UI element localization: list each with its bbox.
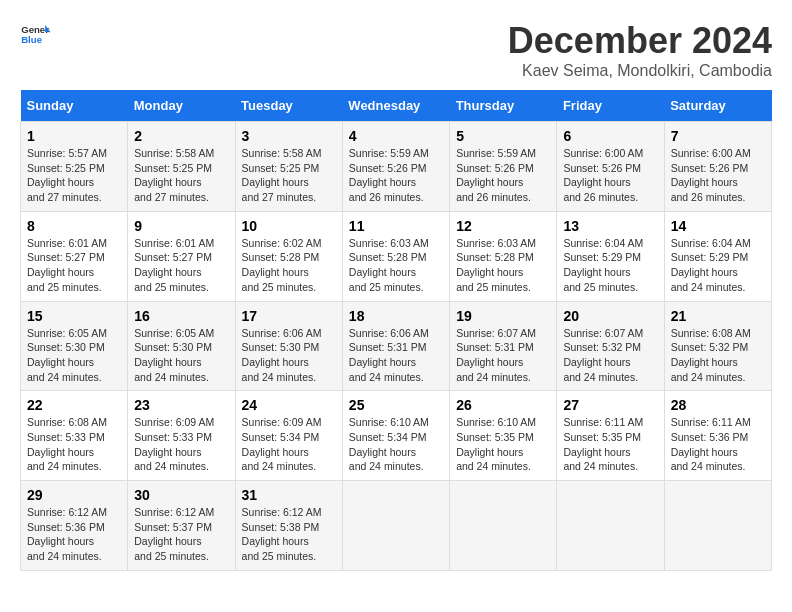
calendar-cell: 26 Sunrise: 6:10 AM Sunset: 5:35 PM Dayl… (450, 391, 557, 481)
header-day-monday: Monday (128, 90, 235, 122)
day-number: 29 (27, 487, 121, 503)
day-info: Sunrise: 6:08 AM Sunset: 5:32 PM Dayligh… (671, 326, 765, 385)
calendar-cell: 6 Sunrise: 6:00 AM Sunset: 5:26 PM Dayli… (557, 122, 664, 212)
day-info: Sunrise: 6:10 AM Sunset: 5:35 PM Dayligh… (456, 415, 550, 474)
day-info: Sunrise: 6:06 AM Sunset: 5:31 PM Dayligh… (349, 326, 443, 385)
day-info: Sunrise: 6:12 AM Sunset: 5:37 PM Dayligh… (134, 505, 228, 564)
day-number: 26 (456, 397, 550, 413)
calendar-cell: 15 Sunrise: 6:05 AM Sunset: 5:30 PM Dayl… (21, 301, 128, 391)
calendar-week-4: 29 Sunrise: 6:12 AM Sunset: 5:36 PM Dayl… (21, 481, 772, 571)
header-day-sunday: Sunday (21, 90, 128, 122)
day-info: Sunrise: 6:09 AM Sunset: 5:34 PM Dayligh… (242, 415, 336, 474)
calendar-cell: 4 Sunrise: 5:59 AM Sunset: 5:26 PM Dayli… (342, 122, 449, 212)
day-number: 23 (134, 397, 228, 413)
day-number: 3 (242, 128, 336, 144)
day-info: Sunrise: 5:59 AM Sunset: 5:26 PM Dayligh… (349, 146, 443, 205)
day-info: Sunrise: 6:12 AM Sunset: 5:38 PM Dayligh… (242, 505, 336, 564)
calendar-cell: 5 Sunrise: 5:59 AM Sunset: 5:26 PM Dayli… (450, 122, 557, 212)
day-number: 18 (349, 308, 443, 324)
day-number: 2 (134, 128, 228, 144)
calendar-cell: 17 Sunrise: 6:06 AM Sunset: 5:30 PM Dayl… (235, 301, 342, 391)
day-number: 14 (671, 218, 765, 234)
header-row: SundayMondayTuesdayWednesdayThursdayFrid… (21, 90, 772, 122)
calendar-cell: 12 Sunrise: 6:03 AM Sunset: 5:28 PM Dayl… (450, 211, 557, 301)
month-title: December 2024 (508, 20, 772, 62)
calendar-cell: 11 Sunrise: 6:03 AM Sunset: 5:28 PM Dayl… (342, 211, 449, 301)
day-number: 17 (242, 308, 336, 324)
calendar-cell: 22 Sunrise: 6:08 AM Sunset: 5:33 PM Dayl… (21, 391, 128, 481)
day-info: Sunrise: 6:00 AM Sunset: 5:26 PM Dayligh… (671, 146, 765, 205)
calendar-cell: 31 Sunrise: 6:12 AM Sunset: 5:38 PM Dayl… (235, 481, 342, 571)
logo: General Blue (20, 20, 54, 50)
day-number: 11 (349, 218, 443, 234)
calendar-cell: 14 Sunrise: 6:04 AM Sunset: 5:29 PM Dayl… (664, 211, 771, 301)
day-number: 5 (456, 128, 550, 144)
day-number: 24 (242, 397, 336, 413)
calendar-cell: 23 Sunrise: 6:09 AM Sunset: 5:33 PM Dayl… (128, 391, 235, 481)
day-number: 10 (242, 218, 336, 234)
calendar-week-3: 22 Sunrise: 6:08 AM Sunset: 5:33 PM Dayl… (21, 391, 772, 481)
header-day-saturday: Saturday (664, 90, 771, 122)
day-number: 22 (27, 397, 121, 413)
calendar-cell: 20 Sunrise: 6:07 AM Sunset: 5:32 PM Dayl… (557, 301, 664, 391)
day-info: Sunrise: 5:58 AM Sunset: 5:25 PM Dayligh… (134, 146, 228, 205)
title-block: December 2024 Kaev Seima, Mondolkiri, Ca… (508, 20, 772, 80)
day-info: Sunrise: 6:05 AM Sunset: 5:30 PM Dayligh… (27, 326, 121, 385)
day-info: Sunrise: 5:59 AM Sunset: 5:26 PM Dayligh… (456, 146, 550, 205)
day-info: Sunrise: 6:11 AM Sunset: 5:35 PM Dayligh… (563, 415, 657, 474)
day-number: 21 (671, 308, 765, 324)
calendar-cell: 2 Sunrise: 5:58 AM Sunset: 5:25 PM Dayli… (128, 122, 235, 212)
day-number: 20 (563, 308, 657, 324)
calendar-week-1: 8 Sunrise: 6:01 AM Sunset: 5:27 PM Dayli… (21, 211, 772, 301)
calendar-cell: 9 Sunrise: 6:01 AM Sunset: 5:27 PM Dayli… (128, 211, 235, 301)
calendar-cell: 24 Sunrise: 6:09 AM Sunset: 5:34 PM Dayl… (235, 391, 342, 481)
logo-icon: General Blue (20, 20, 50, 50)
day-info: Sunrise: 6:12 AM Sunset: 5:36 PM Dayligh… (27, 505, 121, 564)
day-number: 28 (671, 397, 765, 413)
day-number: 1 (27, 128, 121, 144)
calendar-cell: 30 Sunrise: 6:12 AM Sunset: 5:37 PM Dayl… (128, 481, 235, 571)
day-info: Sunrise: 6:03 AM Sunset: 5:28 PM Dayligh… (349, 236, 443, 295)
calendar-cell: 1 Sunrise: 5:57 AM Sunset: 5:25 PM Dayli… (21, 122, 128, 212)
calendar-cell: 3 Sunrise: 5:58 AM Sunset: 5:25 PM Dayli… (235, 122, 342, 212)
day-info: Sunrise: 6:01 AM Sunset: 5:27 PM Dayligh… (134, 236, 228, 295)
calendar-week-0: 1 Sunrise: 5:57 AM Sunset: 5:25 PM Dayli… (21, 122, 772, 212)
calendar-cell: 27 Sunrise: 6:11 AM Sunset: 5:35 PM Dayl… (557, 391, 664, 481)
calendar-cell (557, 481, 664, 571)
day-number: 25 (349, 397, 443, 413)
day-number: 8 (27, 218, 121, 234)
day-number: 6 (563, 128, 657, 144)
calendar-cell: 10 Sunrise: 6:02 AM Sunset: 5:28 PM Dayl… (235, 211, 342, 301)
calendar-table: SundayMondayTuesdayWednesdayThursdayFrid… (20, 90, 772, 571)
day-info: Sunrise: 6:05 AM Sunset: 5:30 PM Dayligh… (134, 326, 228, 385)
day-info: Sunrise: 6:08 AM Sunset: 5:33 PM Dayligh… (27, 415, 121, 474)
calendar-cell: 7 Sunrise: 6:00 AM Sunset: 5:26 PM Dayli… (664, 122, 771, 212)
day-info: Sunrise: 5:58 AM Sunset: 5:25 PM Dayligh… (242, 146, 336, 205)
day-number: 30 (134, 487, 228, 503)
header-day-thursday: Thursday (450, 90, 557, 122)
day-info: Sunrise: 6:03 AM Sunset: 5:28 PM Dayligh… (456, 236, 550, 295)
day-number: 7 (671, 128, 765, 144)
calendar-cell (664, 481, 771, 571)
day-number: 19 (456, 308, 550, 324)
calendar-cell: 29 Sunrise: 6:12 AM Sunset: 5:36 PM Dayl… (21, 481, 128, 571)
day-info: Sunrise: 6:01 AM Sunset: 5:27 PM Dayligh… (27, 236, 121, 295)
day-number: 4 (349, 128, 443, 144)
day-info: Sunrise: 6:11 AM Sunset: 5:36 PM Dayligh… (671, 415, 765, 474)
calendar-cell: 13 Sunrise: 6:04 AM Sunset: 5:29 PM Dayl… (557, 211, 664, 301)
location-title: Kaev Seima, Mondolkiri, Cambodia (508, 62, 772, 80)
day-info: Sunrise: 6:00 AM Sunset: 5:26 PM Dayligh… (563, 146, 657, 205)
day-info: Sunrise: 6:10 AM Sunset: 5:34 PM Dayligh… (349, 415, 443, 474)
calendar-cell: 28 Sunrise: 6:11 AM Sunset: 5:36 PM Dayl… (664, 391, 771, 481)
day-number: 13 (563, 218, 657, 234)
day-info: Sunrise: 6:04 AM Sunset: 5:29 PM Dayligh… (671, 236, 765, 295)
calendar-week-2: 15 Sunrise: 6:05 AM Sunset: 5:30 PM Dayl… (21, 301, 772, 391)
calendar-cell: 19 Sunrise: 6:07 AM Sunset: 5:31 PM Dayl… (450, 301, 557, 391)
day-number: 16 (134, 308, 228, 324)
day-info: Sunrise: 5:57 AM Sunset: 5:25 PM Dayligh… (27, 146, 121, 205)
calendar-cell (342, 481, 449, 571)
day-info: Sunrise: 6:02 AM Sunset: 5:28 PM Dayligh… (242, 236, 336, 295)
header-day-tuesday: Tuesday (235, 90, 342, 122)
calendar-cell: 16 Sunrise: 6:05 AM Sunset: 5:30 PM Dayl… (128, 301, 235, 391)
calendar-cell: 21 Sunrise: 6:08 AM Sunset: 5:32 PM Dayl… (664, 301, 771, 391)
